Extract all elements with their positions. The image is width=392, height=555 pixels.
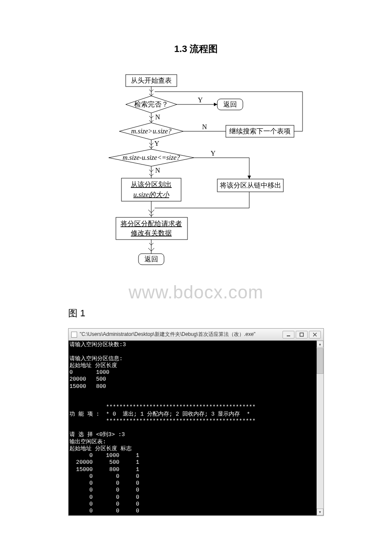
maximize-icon	[300, 332, 304, 337]
svg-text:N: N	[155, 113, 160, 121]
svg-text:修改有关数据: 修改有关数据	[131, 229, 172, 237]
scrollbar[interactable]: ▲ ▼	[317, 341, 323, 515]
svg-text:Y: Y	[210, 150, 216, 157]
section-title: 1.3 流程图	[21, 43, 371, 55]
window-title: "C:\Users\Administrator\Desktop\新建文件夹\De…	[80, 331, 280, 338]
scroll-thumb[interactable]	[317, 348, 323, 374]
svg-text:返回: 返回	[223, 101, 237, 108]
close-icon	[313, 332, 317, 337]
svg-text:继续搜索下一个表项: 继续搜索下一个表项	[229, 127, 291, 135]
svg-text:u.size的大小: u.size的大小	[133, 191, 170, 198]
terminal-window: "C:\Users\Administrator\Desktop\新建文件夹\De…	[68, 328, 324, 516]
svg-rect-46	[300, 333, 303, 336]
app-icon	[71, 332, 77, 338]
svg-text:返回: 返回	[144, 255, 158, 263]
svg-text:Y: Y	[198, 96, 203, 104]
scroll-down-icon[interactable]: ▼	[317, 509, 323, 515]
svg-text:m.size>u.size?: m.size>u.size?	[131, 127, 171, 135]
scroll-track[interactable]	[317, 347, 323, 509]
svg-text:N: N	[202, 123, 207, 130]
svg-marker-28	[248, 176, 251, 179]
minimize-button[interactable]	[282, 331, 294, 338]
flowchart: 从头开始查表 检索完否？ Y 返回 N m.size>u.size? N 继续搜…	[21, 72, 371, 294]
figure-label: 图 1	[68, 307, 371, 320]
window-controls	[282, 331, 321, 338]
svg-text:将该分区从链中移出: 将该分区从链中移出	[219, 182, 281, 189]
svg-marker-6	[214, 103, 217, 106]
scroll-up-icon[interactable]: ▲	[317, 341, 323, 347]
svg-text:将分区分配给请求者: 将分区分配给请求者	[120, 220, 182, 227]
svg-text:m.size-u.size<=size?: m.size-u.size<=size?	[123, 154, 180, 161]
minimize-icon	[286, 332, 291, 337]
svg-rect-45	[287, 335, 290, 336]
close-button[interactable]	[309, 331, 321, 338]
svg-text:Y: Y	[154, 140, 159, 147]
title-bar: "C:\Users\Administrator\Desktop\新建文件夹\De…	[69, 329, 323, 341]
svg-text:从头开始查表: 从头开始查表	[131, 77, 172, 84]
maximize-button[interactable]	[296, 331, 308, 338]
svg-text:N: N	[155, 167, 160, 174]
svg-text:检索完否？: 检索完否？	[134, 101, 168, 108]
terminal-output: 请输入空闲分区块数:3 请输入空闲分区信息: 起始地址 分区长度 0 1000 …	[69, 341, 317, 515]
svg-text:从该分区划出: 从该分区划出	[131, 181, 172, 188]
